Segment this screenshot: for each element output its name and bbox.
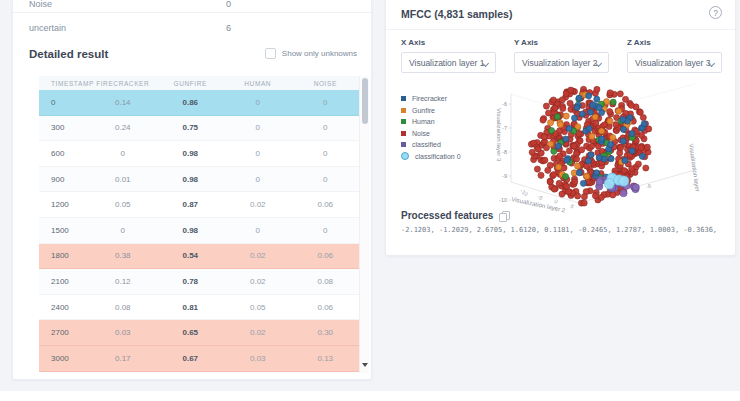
cell-timestamp: 300: [39, 123, 89, 132]
result-table: TIMESTAMP FIRECRACKER GUNFIRE HUMAN NOIS…: [39, 76, 359, 372]
mfcc-title: MFCC (4,831 samples): [401, 8, 512, 20]
cell-firecracker: 0.24: [89, 123, 157, 132]
cell-firecracker: 0.03: [89, 328, 157, 337]
table-row[interactable]: 150000.9800: [39, 218, 359, 244]
cell-noise: 0.06: [292, 303, 360, 312]
y-axis-label: Y Axis: [514, 38, 609, 47]
x-axis-select[interactable]: Visualization layer 1: [401, 52, 496, 73]
processed-features-title: Processed features: [401, 210, 493, 221]
table-row[interactable]: 18000.380.540.020.06: [39, 244, 359, 270]
cell-firecracker: 0.12: [89, 277, 157, 286]
cell-timestamp: 1200: [39, 200, 89, 209]
cell-timestamp: 1500: [39, 226, 89, 235]
z-axis-select-value: Visualization layer 3: [635, 58, 710, 68]
cell-timestamp: 900: [39, 175, 89, 184]
table-row[interactable]: 9000.010.9800: [39, 167, 359, 193]
legend-label: classification 0: [415, 153, 461, 160]
table-scrollbar[interactable]: [359, 76, 369, 373]
legend-item[interactable]: Gunfire: [401, 105, 461, 117]
legend-item[interactable]: Human: [401, 116, 461, 128]
table-row[interactable]: 27000.030.650.020.30: [39, 320, 359, 346]
table-row[interactable]: 24000.080.810.050.06: [39, 295, 359, 321]
show-only-unknowns-checkbox[interactable]: Show only unknowns: [265, 48, 357, 59]
svg-text:Visualization layer: Visualization layer: [688, 143, 701, 192]
cell-firecracker: 0.38: [89, 251, 157, 260]
legend-item[interactable]: Noise: [401, 128, 461, 140]
table-row[interactable]: 12000.050.870.020.06: [39, 192, 359, 218]
cell-gunfire: 0.98: [157, 175, 225, 184]
legend-item[interactable]: Firecracker: [401, 93, 461, 105]
cell-noise: 0: [292, 123, 360, 132]
cell-timestamp: 1800: [39, 251, 89, 260]
scrollbar-thumb[interactable]: [362, 78, 368, 124]
table-row[interactable]: 3000.240.7500: [39, 116, 359, 142]
mfcc-panel: MFCC (4,831 samples) ? X Axis Visualizat…: [385, 0, 736, 256]
cell-gunfire: 0.87: [157, 200, 225, 209]
cell-noise: 0: [292, 149, 360, 158]
cell-gunfire: 0.65: [157, 328, 225, 337]
cell-timestamp: 2700: [39, 328, 89, 337]
cell-human: 0.02: [224, 200, 292, 209]
cell-human: 0: [224, 123, 292, 132]
cell-noise: 0.30: [292, 328, 360, 337]
col-timestamp: TIMESTAMP: [39, 80, 89, 87]
cell-noise: 0: [292, 226, 360, 235]
cell-noise: 0.13: [292, 354, 360, 363]
cell-human: 0: [224, 175, 292, 184]
legend-item[interactable]: classified: [401, 139, 461, 151]
processed-features-values: -2.1203, -1.2029, 2.6705, 1.6120, 0.1181…: [401, 226, 722, 234]
legend-label: classified: [412, 141, 441, 148]
cell-noise: 0.06: [292, 200, 360, 209]
table-row[interactable]: 00.140.8600: [39, 90, 359, 116]
y-axis-select[interactable]: Visualization layer 2: [514, 52, 609, 73]
svg-text:Visualization layer 3: Visualization layer 3: [496, 108, 502, 162]
cell-timestamp: 600: [39, 149, 89, 158]
results-panel: Noise 0 uncertain 6 Detailed result Show…: [12, 0, 372, 380]
cell-human: 0: [224, 226, 292, 235]
z-axis-select[interactable]: Visualization layer 3: [627, 52, 722, 73]
col-firecracker: FIRECRACKER: [89, 80, 157, 87]
y-axis-select-value: Visualization layer 2: [522, 58, 597, 68]
summary-row-noise: Noise 0: [13, 0, 371, 13]
cell-human: 0.03: [224, 354, 292, 363]
cell-human: 0.02: [224, 277, 292, 286]
cell-noise: 0: [292, 175, 360, 184]
cell-human: 0: [224, 149, 292, 158]
z-axis-label: Z Axis: [627, 38, 722, 47]
legend-label: Firecracker: [412, 95, 447, 102]
table-row[interactable]: 21000.120.780.020.08: [39, 269, 359, 295]
scatter-3d[interactable]: -6-7-8-9-10Visualization layer 3-10-505V…: [483, 82, 729, 214]
table-row[interactable]: 30000.170.670.030.13: [39, 346, 359, 372]
cell-noise: 0.08: [292, 277, 360, 286]
cell-firecracker: 0.14: [89, 98, 157, 107]
scroll-down-icon[interactable]: [362, 363, 368, 367]
table-header: TIMESTAMP FIRECRACKER GUNFIRE HUMAN NOIS…: [39, 76, 359, 90]
legend-label: Human: [412, 118, 435, 125]
cell-gunfire: 0.67: [157, 354, 225, 363]
legend-swatch: [401, 131, 406, 136]
bottom-strip: [0, 391, 740, 401]
detailed-result-title: Detailed result: [29, 48, 108, 60]
cell-human: 0.02: [224, 251, 292, 260]
legend-item[interactable]: classification 0: [401, 151, 461, 163]
legend-label: Noise: [412, 130, 430, 137]
table-row[interactable]: 60000.9800: [39, 141, 359, 167]
col-noise: NOISE: [292, 80, 360, 87]
cell-timestamp: 0: [39, 98, 89, 107]
cell-firecracker: 0.17: [89, 354, 157, 363]
legend-swatch: [401, 108, 406, 113]
svg-text:5: 5: [569, 203, 575, 210]
help-icon[interactable]: ?: [709, 6, 722, 19]
checkbox-icon[interactable]: [265, 48, 276, 59]
cell-gunfire: 0.75: [157, 123, 225, 132]
cell-human: 0.02: [224, 328, 292, 337]
cell-firecracker: 0: [89, 226, 157, 235]
cell-firecracker: 0.05: [89, 200, 157, 209]
plot-legend: FirecrackerGunfireHumanNoiseclassifiedcl…: [401, 93, 461, 162]
cell-timestamp: 2400: [39, 303, 89, 312]
divider: [386, 29, 735, 30]
col-gunfire: GUNFIRE: [157, 80, 225, 87]
cell-human: 0: [224, 98, 292, 107]
cell-human: 0.05: [224, 303, 292, 312]
copy-icon[interactable]: [499, 211, 508, 221]
